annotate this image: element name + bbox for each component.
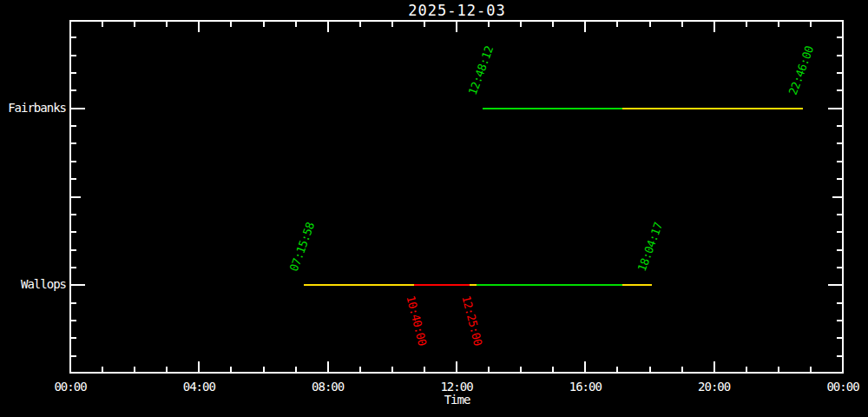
y-minor-tick <box>69 196 81 198</box>
x-minor-tick <box>230 367 232 374</box>
x-minor-tick <box>359 20 361 27</box>
x-minor-tick <box>230 20 232 27</box>
y-major-tick <box>69 284 85 286</box>
y-minor-tick <box>69 214 76 215</box>
x-minor-tick <box>520 367 522 374</box>
pass-segment <box>304 284 413 286</box>
y-minor-tick <box>69 55 76 56</box>
x-minor-tick <box>810 367 812 374</box>
x-minor-tick <box>778 20 779 27</box>
x-minor-tick <box>166 367 168 374</box>
x-minor-tick <box>391 20 393 27</box>
x-major-tick <box>456 20 457 32</box>
plot-frame <box>69 20 844 374</box>
y-major-tick <box>828 284 844 286</box>
y-minor-tick <box>837 214 844 215</box>
x-minor-tick <box>488 367 490 374</box>
x-major-tick <box>713 361 715 374</box>
y-minor-tick <box>837 55 844 56</box>
y-major-tick <box>69 108 85 109</box>
x-minor-tick <box>649 367 651 374</box>
x-minor-tick <box>681 367 683 374</box>
x-minor-tick <box>134 20 135 27</box>
x-minor-tick <box>616 20 618 27</box>
y-minor-tick <box>837 249 844 251</box>
x-minor-tick <box>488 20 490 27</box>
y-minor-tick <box>837 267 844 268</box>
y-minor-tick <box>69 178 76 180</box>
pass-segment <box>622 108 803 109</box>
y-minor-tick <box>837 161 844 162</box>
y-minor-tick <box>837 337 844 339</box>
x-tick-label: 00:00 <box>36 380 105 394</box>
pass-segment <box>414 284 470 286</box>
y-minor-tick <box>69 89 76 91</box>
x-major-tick <box>198 20 200 32</box>
y-minor-tick <box>837 302 844 304</box>
y-minor-tick <box>69 36 76 38</box>
x-tick-label: 20:00 <box>680 380 749 394</box>
x-tick-label: 00:00 <box>808 380 868 394</box>
x-minor-tick <box>263 367 265 374</box>
pass-segment <box>483 108 623 109</box>
y-minor-tick <box>837 125 844 127</box>
y-minor-tick <box>69 302 76 304</box>
x-minor-tick <box>552 20 554 27</box>
x-minor-tick <box>778 367 779 374</box>
y-minor-tick <box>69 231 76 233</box>
x-minor-tick <box>424 367 425 374</box>
x-major-tick <box>584 20 586 32</box>
x-minor-tick <box>102 367 103 374</box>
x-major-tick <box>327 20 329 32</box>
x-minor-tick <box>616 367 618 374</box>
y-minor-tick <box>69 337 76 339</box>
x-minor-tick <box>166 20 168 27</box>
y-minor-tick <box>832 196 844 198</box>
x-axis-label: Time <box>69 393 845 407</box>
y-minor-tick <box>69 142 76 144</box>
x-major-tick <box>198 361 200 374</box>
x-tick-label: 12:00 <box>422 380 491 394</box>
row-label: Fairbanks <box>0 102 66 114</box>
y-major-tick <box>828 108 844 109</box>
x-minor-tick <box>810 20 812 27</box>
y-minor-tick <box>837 36 844 38</box>
x-minor-tick <box>649 20 651 27</box>
chart-title: 2025-12-03 <box>69 2 845 19</box>
x-minor-tick <box>746 367 747 374</box>
y-minor-tick <box>69 249 76 251</box>
pass-segment <box>470 284 477 286</box>
x-minor-tick <box>424 20 425 27</box>
x-minor-tick <box>552 367 554 374</box>
y-minor-tick <box>837 231 844 233</box>
y-minor-tick <box>837 320 844 321</box>
x-minor-tick <box>295 367 297 374</box>
x-minor-tick <box>391 367 393 374</box>
y-minor-tick <box>837 355 844 357</box>
x-minor-tick <box>746 20 747 27</box>
x-major-tick <box>584 361 586 374</box>
x-minor-tick <box>102 20 103 27</box>
y-minor-tick <box>837 142 844 144</box>
row-label: Wallops <box>0 278 66 290</box>
y-minor-tick <box>837 89 844 91</box>
y-minor-tick <box>69 125 76 127</box>
x-tick-label: 08:00 <box>293 380 363 394</box>
x-major-tick <box>713 20 715 32</box>
y-minor-tick <box>837 72 844 74</box>
pass-segment <box>477 284 622 286</box>
pass-segment <box>622 284 652 286</box>
x-minor-tick <box>681 20 683 27</box>
x-minor-tick <box>263 20 265 27</box>
y-minor-tick <box>69 320 76 321</box>
x-tick-label: 04:00 <box>164 380 233 394</box>
y-minor-tick <box>837 178 844 180</box>
x-major-tick <box>327 361 329 374</box>
x-minor-tick <box>134 367 135 374</box>
y-minor-tick <box>69 161 76 162</box>
x-major-tick <box>456 361 457 374</box>
y-minor-tick <box>69 267 76 268</box>
y-minor-tick <box>69 72 76 74</box>
y-minor-tick <box>69 355 76 357</box>
x-minor-tick <box>520 20 522 27</box>
